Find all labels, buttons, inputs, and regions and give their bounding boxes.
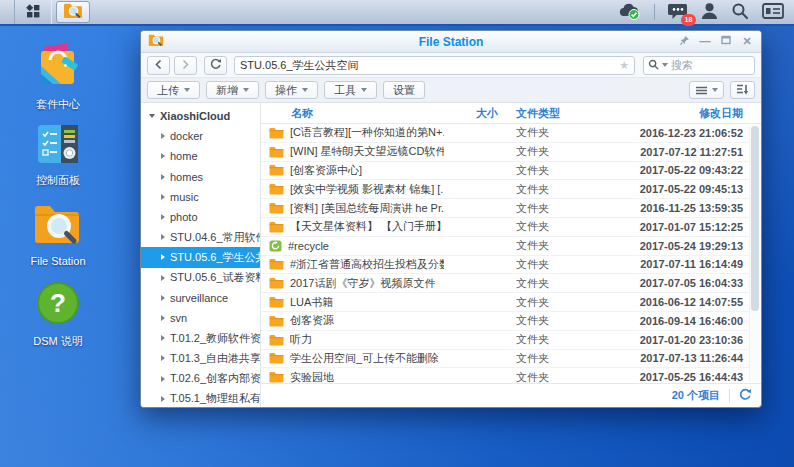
file-type: 文件夹	[504, 276, 616, 291]
file-row[interactable]: [WIN] 星特朗天文望远镜CD软件 文件夹 2017-07-12 11:27:…	[261, 143, 761, 162]
file-row[interactable]: [创客资源中心] 文件夹 2017-05-22 09:43:22	[261, 162, 761, 181]
taskbar-file-station-button[interactable]	[56, 1, 90, 23]
tree-expand-icon[interactable]	[161, 194, 165, 200]
path-input[interactable]	[240, 59, 619, 71]
view-mode-button[interactable]	[689, 81, 724, 99]
toolbar-button[interactable]: 上传	[147, 81, 200, 99]
main-menu-button[interactable]	[14, 0, 52, 24]
tree-collapse-icon[interactable]	[149, 114, 155, 118]
chevron-right-icon	[181, 58, 190, 73]
tree-expand-icon[interactable]	[161, 174, 165, 180]
folder-icon	[269, 221, 284, 233]
scrollbar-thumb[interactable]	[751, 126, 759, 311]
desktop-icon-label: File Station	[30, 255, 85, 267]
sidebar-folder-item[interactable]: STU.05.6_试卷资料下载	[141, 268, 260, 288]
file-row[interactable]: [C语言教程][一种你知道的第N+... 文件夹 2016-12-23 21:0…	[261, 124, 761, 143]
tree-expand-icon[interactable]	[161, 254, 165, 260]
file-name: 学生公用空间_可上传不能删除	[290, 351, 439, 366]
desktop-icon-label: 套件中心	[36, 97, 80, 112]
toolbar: 上传 新增 操作 工具 设置	[141, 78, 761, 103]
tree-expand-icon[interactable]	[161, 315, 165, 321]
search-button[interactable]	[731, 2, 749, 23]
back-button[interactable]	[147, 56, 170, 75]
sidebar-item-label: svn	[170, 312, 187, 324]
file-row[interactable]: 创客资源 文件夹 2016-09-14 16:46:00	[261, 312, 761, 331]
path-bar[interactable]: ★	[234, 56, 635, 75]
tree-expand-icon[interactable]	[161, 355, 165, 361]
maximize-button[interactable]	[719, 35, 733, 49]
file-row[interactable]: LUA书籍 文件夹 2016-06-12 14:07:55	[261, 293, 761, 312]
desktop-icon-dsm-help[interactable]: ? DSM 说明	[12, 281, 104, 349]
forward-button[interactable]	[174, 56, 197, 75]
search-options-caret-icon[interactable]	[662, 63, 668, 67]
toolbar-button[interactable]: 工具	[324, 81, 377, 99]
tree-expand-icon[interactable]	[161, 234, 165, 240]
file-name: [C语言教程][一种你知道的第N+...	[290, 125, 444, 140]
file-row[interactable]: 听力 文件夹 2017-01-20 23:10:36	[261, 331, 761, 350]
tree-expand-icon[interactable]	[161, 376, 165, 382]
file-name: [效实中学视频 影视素材 锦集] [...	[290, 182, 444, 197]
tree-expand-icon[interactable]	[161, 133, 165, 139]
sidebar-folder-item[interactable]: T.02.6_创客内部资料	[141, 368, 260, 388]
package-center-icon	[35, 44, 81, 92]
window-titlebar[interactable]: File Station — ✕	[141, 31, 761, 53]
file-row[interactable]: [资料] [美国总统每周演讲 he Pr... 文件夹 2016-11-25 1…	[261, 199, 761, 218]
sidebar-folder-item[interactable]: homes	[141, 167, 260, 187]
refresh-button[interactable]	[204, 56, 227, 75]
search-box[interactable]	[643, 56, 755, 75]
sidebar-folder-item[interactable]: T.05.1_物理组私有共享空	[141, 389, 260, 407]
file-row[interactable]: #浙江省普通高校招生投档及分数... 文件夹 2017-07-11 16:14:…	[261, 256, 761, 275]
taskbar-left	[0, 0, 94, 24]
column-header-name[interactable]: 名称	[261, 106, 444, 121]
sidebar-folder-item[interactable]: T.01.3_自由港共享空间	[141, 348, 260, 368]
desktop-icon-package-center[interactable]: 套件中心	[12, 44, 104, 112]
desktop-icon-control-panel[interactable]: 控制面板	[12, 124, 104, 188]
widgets-button[interactable]	[762, 3, 784, 22]
file-row[interactable]: 实验园地 文件夹 2017-05-25 16:44:43	[261, 368, 761, 383]
sidebar-folder-item[interactable]: home	[141, 146, 260, 166]
toolbar-button[interactable]: 设置	[383, 81, 425, 99]
tree-expand-icon[interactable]	[161, 295, 165, 301]
toolbar-button[interactable]: 操作	[265, 81, 318, 99]
sidebar-folder-item[interactable]: svn	[141, 308, 260, 328]
tree-expand-icon[interactable]	[161, 214, 165, 220]
favorite-star-icon[interactable]: ★	[619, 59, 629, 72]
toolbar-buttons: 上传 新增 操作 工具 设置	[147, 81, 425, 99]
pin-window-button[interactable]	[677, 35, 691, 49]
file-date: 2016-11-25 13:59:35	[616, 202, 761, 214]
desktop-icon-file-station[interactable]: File Station	[12, 202, 104, 267]
column-header-date[interactable]: 修改日期	[616, 106, 761, 121]
notifications-button[interactable]: 18	[668, 2, 688, 23]
refresh-list-button[interactable]	[739, 388, 752, 404]
file-type: 文件夹	[504, 313, 616, 328]
folder-icon	[269, 146, 284, 158]
sort-button[interactable]	[730, 81, 755, 99]
close-button[interactable]: ✕	[740, 35, 754, 49]
search-input[interactable]	[671, 59, 729, 71]
sidebar-folder-item[interactable]: STU.04.6_常用软件	[141, 227, 260, 247]
file-row[interactable]: 学生公用空间_可上传不能删除 文件夹 2017-07-13 11:26:44	[261, 350, 761, 369]
file-row[interactable]: 【天文星体资料】 【入门手册】 文件夹 2017-01-07 15:12:25	[261, 218, 761, 237]
cloud-sync-button[interactable]	[617, 2, 641, 23]
user-button[interactable]	[701, 2, 718, 23]
tree-expand-icon[interactable]	[161, 275, 165, 281]
file-row[interactable]: [效实中学视频 影视素材 锦集] [... 文件夹 2017-05-22 09:…	[261, 180, 761, 199]
column-header-size[interactable]: 大小	[444, 106, 504, 121]
sidebar-folder-item[interactable]: surveillance	[141, 288, 260, 308]
tree-expand-icon[interactable]	[161, 335, 165, 341]
toolbar-button[interactable]: 新增	[206, 81, 259, 99]
tree-expand-icon[interactable]	[161, 153, 165, 159]
sidebar-folder-item[interactable]: music	[141, 187, 260, 207]
sidebar-folder-item[interactable]: docker	[141, 126, 260, 146]
sidebar-folder-item[interactable]: STU.05.6_学生公共空间	[141, 247, 260, 267]
sidebar-root-xiaoshicloud[interactable]: XiaoshiCloud	[141, 106, 260, 126]
sidebar-folder-item[interactable]: T.01.2_教师软件资源区	[141, 328, 260, 348]
file-row[interactable]: 2017话剧《守岁》视频原文件 文件夹 2017-07-05 16:04:33	[261, 274, 761, 293]
column-header-type[interactable]: 文件类型	[504, 106, 616, 121]
minimize-button[interactable]: —	[698, 35, 712, 49]
list-scrollbar[interactable]	[749, 125, 760, 382]
sidebar-folder-item[interactable]: photo	[141, 207, 260, 227]
file-name: 【天文星体资料】 【入门手册】	[290, 219, 444, 234]
file-row[interactable]: #recycle 文件夹 2017-05-24 19:29:13	[261, 237, 761, 256]
tree-expand-icon[interactable]	[161, 396, 165, 402]
